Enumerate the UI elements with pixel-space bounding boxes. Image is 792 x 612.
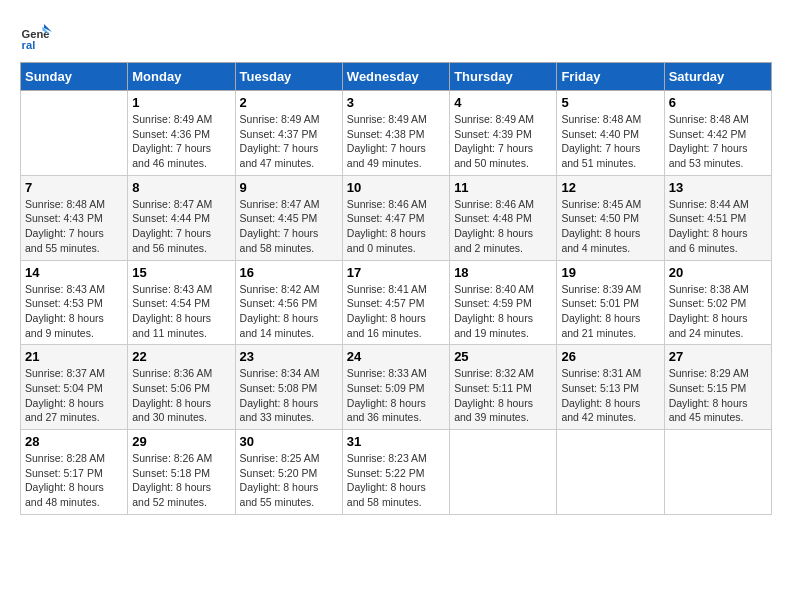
day-info: Sunrise: 8:44 AM Sunset: 4:51 PM Dayligh…	[669, 197, 767, 256]
day-number: 22	[132, 349, 230, 364]
day-number: 28	[25, 434, 123, 449]
week-row-1: 1Sunrise: 8:49 AM Sunset: 4:36 PM Daylig…	[21, 91, 772, 176]
calendar-cell: 30Sunrise: 8:25 AM Sunset: 5:20 PM Dayli…	[235, 430, 342, 515]
day-info: Sunrise: 8:47 AM Sunset: 4:45 PM Dayligh…	[240, 197, 338, 256]
calendar-cell	[21, 91, 128, 176]
day-info: Sunrise: 8:36 AM Sunset: 5:06 PM Dayligh…	[132, 366, 230, 425]
logo: Gene ral	[20, 20, 56, 52]
day-info: Sunrise: 8:34 AM Sunset: 5:08 PM Dayligh…	[240, 366, 338, 425]
calendar-cell: 11Sunrise: 8:46 AM Sunset: 4:48 PM Dayli…	[450, 175, 557, 260]
day-number: 23	[240, 349, 338, 364]
week-row-4: 21Sunrise: 8:37 AM Sunset: 5:04 PM Dayli…	[21, 345, 772, 430]
logo-icon: Gene ral	[20, 20, 52, 52]
day-info: Sunrise: 8:48 AM Sunset: 4:42 PM Dayligh…	[669, 112, 767, 171]
day-number: 17	[347, 265, 445, 280]
svg-text:ral: ral	[22, 39, 36, 51]
day-header-monday: Monday	[128, 63, 235, 91]
day-number: 24	[347, 349, 445, 364]
day-info: Sunrise: 8:28 AM Sunset: 5:17 PM Dayligh…	[25, 451, 123, 510]
day-info: Sunrise: 8:38 AM Sunset: 5:02 PM Dayligh…	[669, 282, 767, 341]
day-info: Sunrise: 8:42 AM Sunset: 4:56 PM Dayligh…	[240, 282, 338, 341]
day-number: 1	[132, 95, 230, 110]
day-number: 8	[132, 180, 230, 195]
day-number: 27	[669, 349, 767, 364]
calendar-cell: 13Sunrise: 8:44 AM Sunset: 4:51 PM Dayli…	[664, 175, 771, 260]
day-number: 25	[454, 349, 552, 364]
day-number: 18	[454, 265, 552, 280]
calendar-cell: 8Sunrise: 8:47 AM Sunset: 4:44 PM Daylig…	[128, 175, 235, 260]
calendar-header-row: SundayMondayTuesdayWednesdayThursdayFrid…	[21, 63, 772, 91]
calendar-cell: 15Sunrise: 8:43 AM Sunset: 4:54 PM Dayli…	[128, 260, 235, 345]
day-number: 26	[561, 349, 659, 364]
day-number: 16	[240, 265, 338, 280]
day-info: Sunrise: 8:46 AM Sunset: 4:48 PM Dayligh…	[454, 197, 552, 256]
day-info: Sunrise: 8:41 AM Sunset: 4:57 PM Dayligh…	[347, 282, 445, 341]
week-row-5: 28Sunrise: 8:28 AM Sunset: 5:17 PM Dayli…	[21, 430, 772, 515]
day-number: 21	[25, 349, 123, 364]
calendar-cell: 2Sunrise: 8:49 AM Sunset: 4:37 PM Daylig…	[235, 91, 342, 176]
day-number: 5	[561, 95, 659, 110]
day-info: Sunrise: 8:43 AM Sunset: 4:53 PM Dayligh…	[25, 282, 123, 341]
calendar-cell	[664, 430, 771, 515]
day-number: 11	[454, 180, 552, 195]
calendar-cell: 16Sunrise: 8:42 AM Sunset: 4:56 PM Dayli…	[235, 260, 342, 345]
calendar-cell: 23Sunrise: 8:34 AM Sunset: 5:08 PM Dayli…	[235, 345, 342, 430]
calendar-cell: 1Sunrise: 8:49 AM Sunset: 4:36 PM Daylig…	[128, 91, 235, 176]
day-info: Sunrise: 8:45 AM Sunset: 4:50 PM Dayligh…	[561, 197, 659, 256]
calendar-cell: 3Sunrise: 8:49 AM Sunset: 4:38 PM Daylig…	[342, 91, 449, 176]
week-row-3: 14Sunrise: 8:43 AM Sunset: 4:53 PM Dayli…	[21, 260, 772, 345]
day-header-wednesday: Wednesday	[342, 63, 449, 91]
calendar-table: SundayMondayTuesdayWednesdayThursdayFrid…	[20, 62, 772, 515]
day-info: Sunrise: 8:39 AM Sunset: 5:01 PM Dayligh…	[561, 282, 659, 341]
day-header-sunday: Sunday	[21, 63, 128, 91]
day-number: 30	[240, 434, 338, 449]
calendar-cell	[557, 430, 664, 515]
calendar-cell: 17Sunrise: 8:41 AM Sunset: 4:57 PM Dayli…	[342, 260, 449, 345]
calendar-cell: 6Sunrise: 8:48 AM Sunset: 4:42 PM Daylig…	[664, 91, 771, 176]
day-number: 31	[347, 434, 445, 449]
day-info: Sunrise: 8:49 AM Sunset: 4:39 PM Dayligh…	[454, 112, 552, 171]
day-number: 9	[240, 180, 338, 195]
calendar-cell: 25Sunrise: 8:32 AM Sunset: 5:11 PM Dayli…	[450, 345, 557, 430]
day-info: Sunrise: 8:49 AM Sunset: 4:37 PM Dayligh…	[240, 112, 338, 171]
calendar-cell: 21Sunrise: 8:37 AM Sunset: 5:04 PM Dayli…	[21, 345, 128, 430]
calendar-cell: 29Sunrise: 8:26 AM Sunset: 5:18 PM Dayli…	[128, 430, 235, 515]
day-number: 29	[132, 434, 230, 449]
calendar-cell: 27Sunrise: 8:29 AM Sunset: 5:15 PM Dayli…	[664, 345, 771, 430]
day-number: 7	[25, 180, 123, 195]
week-row-2: 7Sunrise: 8:48 AM Sunset: 4:43 PM Daylig…	[21, 175, 772, 260]
calendar-cell: 31Sunrise: 8:23 AM Sunset: 5:22 PM Dayli…	[342, 430, 449, 515]
day-info: Sunrise: 8:49 AM Sunset: 4:36 PM Dayligh…	[132, 112, 230, 171]
calendar-cell: 5Sunrise: 8:48 AM Sunset: 4:40 PM Daylig…	[557, 91, 664, 176]
day-number: 2	[240, 95, 338, 110]
day-number: 12	[561, 180, 659, 195]
day-info: Sunrise: 8:33 AM Sunset: 5:09 PM Dayligh…	[347, 366, 445, 425]
day-number: 3	[347, 95, 445, 110]
day-info: Sunrise: 8:49 AM Sunset: 4:38 PM Dayligh…	[347, 112, 445, 171]
calendar-cell: 19Sunrise: 8:39 AM Sunset: 5:01 PM Dayli…	[557, 260, 664, 345]
day-number: 19	[561, 265, 659, 280]
calendar-cell: 24Sunrise: 8:33 AM Sunset: 5:09 PM Dayli…	[342, 345, 449, 430]
calendar-cell: 18Sunrise: 8:40 AM Sunset: 4:59 PM Dayli…	[450, 260, 557, 345]
day-info: Sunrise: 8:31 AM Sunset: 5:13 PM Dayligh…	[561, 366, 659, 425]
calendar-cell: 4Sunrise: 8:49 AM Sunset: 4:39 PM Daylig…	[450, 91, 557, 176]
calendar-cell: 20Sunrise: 8:38 AM Sunset: 5:02 PM Dayli…	[664, 260, 771, 345]
calendar-cell: 14Sunrise: 8:43 AM Sunset: 4:53 PM Dayli…	[21, 260, 128, 345]
calendar-cell: 26Sunrise: 8:31 AM Sunset: 5:13 PM Dayli…	[557, 345, 664, 430]
day-info: Sunrise: 8:46 AM Sunset: 4:47 PM Dayligh…	[347, 197, 445, 256]
day-info: Sunrise: 8:48 AM Sunset: 4:40 PM Dayligh…	[561, 112, 659, 171]
day-header-tuesday: Tuesday	[235, 63, 342, 91]
day-header-friday: Friday	[557, 63, 664, 91]
day-info: Sunrise: 8:32 AM Sunset: 5:11 PM Dayligh…	[454, 366, 552, 425]
calendar-cell: 22Sunrise: 8:36 AM Sunset: 5:06 PM Dayli…	[128, 345, 235, 430]
calendar-cell: 7Sunrise: 8:48 AM Sunset: 4:43 PM Daylig…	[21, 175, 128, 260]
day-number: 6	[669, 95, 767, 110]
day-number: 10	[347, 180, 445, 195]
day-number: 20	[669, 265, 767, 280]
day-info: Sunrise: 8:48 AM Sunset: 4:43 PM Dayligh…	[25, 197, 123, 256]
day-info: Sunrise: 8:37 AM Sunset: 5:04 PM Dayligh…	[25, 366, 123, 425]
calendar-cell	[450, 430, 557, 515]
day-header-thursday: Thursday	[450, 63, 557, 91]
calendar-cell: 12Sunrise: 8:45 AM Sunset: 4:50 PM Dayli…	[557, 175, 664, 260]
calendar-cell: 10Sunrise: 8:46 AM Sunset: 4:47 PM Dayli…	[342, 175, 449, 260]
